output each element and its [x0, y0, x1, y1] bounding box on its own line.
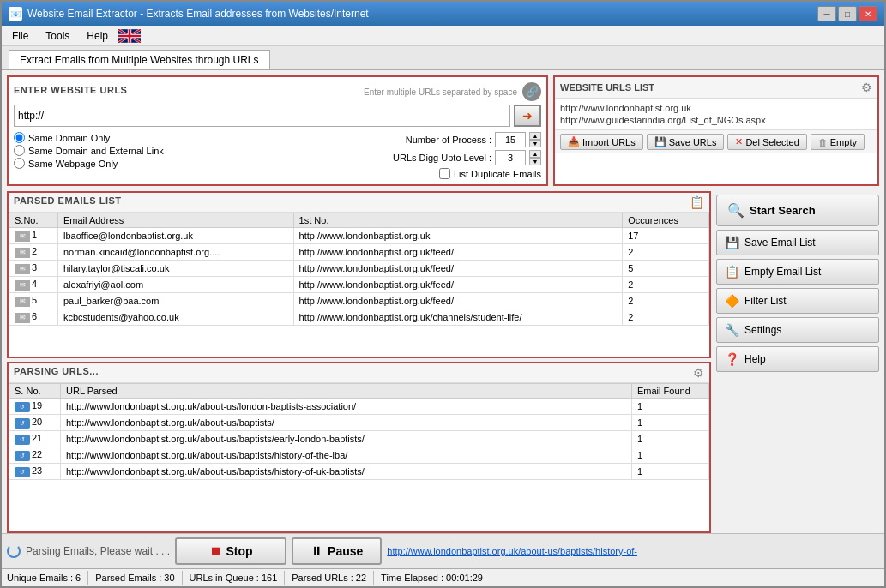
col-1stno: 1st No.	[293, 213, 623, 228]
close-button[interactable]: ✕	[859, 6, 877, 21]
help-button[interactable]: ❓ Help	[716, 346, 879, 372]
filter-list-button[interactable]: 🔶 Filter List	[716, 288, 879, 314]
radio-same-domain-external-label: Same Domain and External Link	[28, 146, 164, 156]
table-row: ✉2 norman.kincaid@londonbaptist.org.... …	[9, 244, 709, 261]
unique-emails-status: Unique Emails : 6	[7, 573, 81, 583]
save-url-icon: 💾	[654, 136, 666, 147]
domain-options: Same Domain Only Same Domain and Externa…	[14, 132, 164, 169]
filter-icon: 🔶	[724, 293, 739, 309]
empty-email-icon: 📋	[724, 264, 739, 279]
num-process-label: Number of Process :	[406, 135, 491, 145]
url-input[interactable]	[14, 105, 510, 127]
start-search-button[interactable]: 🔍 Start Search	[716, 195, 879, 226]
url-list-content: http://www.londonbaptist.org.uk http://w…	[555, 99, 877, 129]
urls-in-queue-status: URLs in Queue : 161	[190, 573, 278, 583]
link-icon: 🔗	[522, 82, 541, 101]
urls-digg-down[interactable]: ▼	[529, 158, 541, 165]
num-process-down[interactable]: ▼	[529, 140, 541, 147]
col-occurrences: Occurences	[623, 213, 709, 228]
radio-same-domain[interactable]	[14, 132, 25, 143]
menu-help[interactable]: Help	[80, 28, 115, 44]
tab-extract-emails[interactable]: Extract Emails from Multiple Websites th…	[9, 50, 270, 69]
parsed-emails-table-container[interactable]: S.No. Email Address 1st No. Occurences ✉…	[9, 213, 709, 357]
empty-email-list-button[interactable]: 📋 Empty Email List	[716, 259, 879, 285]
list-duplicate-label: List Duplicate Emails	[454, 169, 541, 179]
app-icon: 📧	[9, 7, 22, 21]
urls-digg-label: URLs Digg Upto Level :	[393, 153, 491, 163]
table-row: ↺21 http://www.londonbaptist.org.uk/abou…	[9, 431, 709, 447]
parsed-urls-status: Parsed URLs : 22	[292, 573, 366, 583]
menu-file[interactable]: File	[5, 28, 35, 44]
parsing-urls-panel: PARSING URLS... ⚙ S. No. URL Parsed Emai…	[7, 362, 711, 533]
menu-bar: File Tools Help	[2, 26, 884, 46]
urls-digg-input[interactable]	[495, 150, 526, 165]
minimize-button[interactable]: ─	[817, 6, 836, 21]
url-entry-title: ENTER WEBSITE URLs	[14, 85, 127, 95]
delete-icon: ✕	[735, 136, 743, 147]
url-list-actions: 📥 Import URLs 💾 Save URLs ✕ Del Selected…	[555, 129, 877, 153]
table-row: ✉1 lbaoffice@londonbaptist.org.uk http:/…	[9, 228, 709, 244]
flag-uk	[118, 29, 141, 43]
table-row: ✉5 paul_barker@baa.com http://www.london…	[9, 293, 709, 309]
url-entry-panel: ENTER WEBSITE URLs Enter multiple URLs s…	[7, 75, 548, 186]
wrench-icon: 🔧	[724, 322, 739, 338]
parsed-emails-title: PARSED EMAILS LIST	[14, 195, 122, 206]
radio-same-webpage[interactable]	[14, 158, 25, 169]
parsing-urls-table-container[interactable]: S. No. URL Parsed Email Found ↺19 http:/…	[9, 383, 709, 531]
table-row: ✉6 kcbcstudents@yahoo.co.uk http://www.l…	[9, 309, 709, 326]
tab-bar: Extract Emails from Multiple Websites th…	[2, 46, 884, 70]
status-bar: Unique Emails : 6 Parsed Emails : 30 URL…	[2, 568, 884, 586]
menu-tools[interactable]: Tools	[39, 28, 76, 44]
url-list-item: http://www.guidestarindia.org/List_of_NG…	[560, 114, 872, 126]
empty-icon: 🗑	[818, 137, 828, 147]
save-email-icon: 💾	[724, 235, 739, 250]
url-hint: Enter multiple URLs separated by space	[364, 87, 517, 97]
radio-same-domain-external[interactable]	[14, 145, 25, 156]
del-selected-button[interactable]: ✕ Del Selected	[727, 134, 806, 150]
parsed-emails-panel: PARSED EMAILS LIST 📋 S.No. Email Address…	[7, 191, 711, 358]
save-email-list-button[interactable]: 💾 Save Email List	[716, 230, 879, 255]
radio-same-webpage-label: Same Webpage Only	[28, 159, 118, 169]
main-content: ENTER WEBSITE URLs Enter multiple URLs s…	[2, 70, 884, 586]
stop-icon: ⏹	[209, 544, 221, 558]
table-row: ✉3 hilary.taylor@tiscali.co.uk http://ww…	[9, 261, 709, 277]
urls-digg-up[interactable]: ▲	[529, 150, 541, 158]
num-process-input[interactable]	[495, 132, 526, 147]
maximize-button[interactable]: □	[838, 6, 857, 21]
parsed-emails-table: S.No. Email Address 1st No. Occurences ✉…	[9, 213, 709, 326]
pause-button[interactable]: ⏸ Pause	[292, 537, 382, 565]
bottom-controls: Parsing Emails, Please wait . . . ⏹ Stop…	[2, 533, 884, 568]
empty-button[interactable]: 🗑 Empty	[811, 134, 865, 150]
current-url-status: http://www.londonbaptist.org.uk/about-us…	[387, 546, 879, 556]
settings-button[interactable]: 🔧 Settings	[716, 317, 879, 343]
parsing-status-text: Parsing Emails, Please wait . . .	[7, 544, 170, 558]
list-duplicate-checkbox[interactable]	[439, 168, 450, 179]
email-export-icon: 📋	[690, 195, 704, 209]
table-row: ↺23 http://www.londonbaptist.org.uk/abou…	[9, 464, 709, 480]
num-process-up[interactable]: ▲	[529, 132, 541, 140]
parsing-urls-table: S. No. URL Parsed Email Found ↺19 http:/…	[9, 383, 709, 480]
stop-button[interactable]: ⏹ Stop	[175, 537, 286, 565]
import-urls-button[interactable]: 📥 Import URLs	[560, 134, 643, 150]
url-list-item: http://www.londonbaptist.org.uk	[560, 102, 872, 114]
window-controls: ─ □ ✕	[817, 6, 877, 21]
parsing-urls-icon: ⚙	[693, 366, 704, 380]
add-url-button[interactable]: ➜	[514, 105, 541, 127]
title-bar: 📧 Website Email Extractor - Extracts Ema…	[2, 2, 884, 26]
main-window: 📧 Website Email Extractor - Extracts Ema…	[0, 0, 886, 588]
right-panel: 🔍 Start Search 💾 Save Email List 📋 Empty…	[716, 191, 879, 533]
pause-icon: ⏸	[310, 544, 322, 558]
parsed-emails-status: Parsed Emails : 30	[95, 573, 174, 583]
save-urls-button[interactable]: 💾 Save URLs	[647, 134, 725, 150]
col-sno2: S. No.	[9, 384, 61, 399]
col-sno: S.No.	[9, 213, 58, 228]
import-icon: 📥	[568, 136, 580, 147]
time-elapsed-status: Time Elapsed : 00:01:29	[381, 573, 483, 583]
table-row: ↺20 http://www.londonbaptist.org.uk/abou…	[9, 415, 709, 431]
help-icon: ❓	[724, 351, 739, 367]
table-row: ↺19 http://www.londonbaptist.org.uk/abou…	[9, 399, 709, 415]
url-list-panel: WEBSITE URLs LIST ⚙ http://www.londonbap…	[553, 75, 879, 186]
window-title: Website Email Extractor - Extracts Email…	[27, 8, 369, 20]
top-section: ENTER WEBSITE URLs Enter multiple URLs s…	[2, 70, 884, 191]
left-panels: PARSED EMAILS LIST 📋 S.No. Email Address…	[7, 191, 711, 533]
